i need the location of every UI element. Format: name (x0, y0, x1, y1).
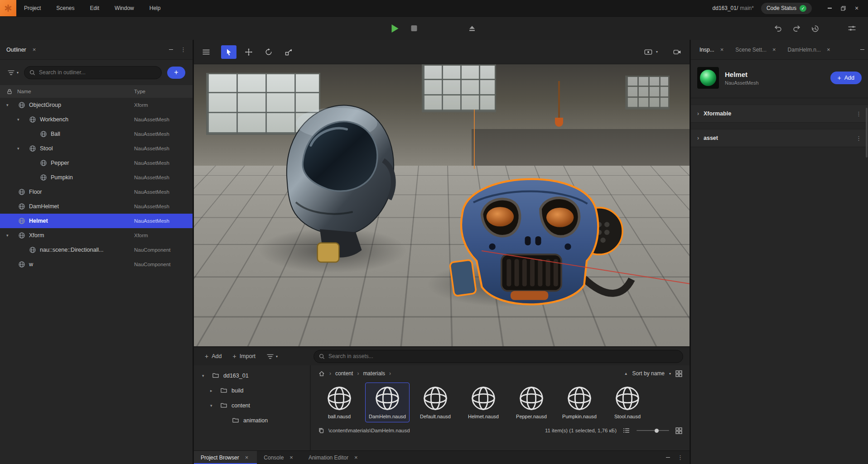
code-status-badge[interactable]: Code Status ✓ (761, 3, 812, 14)
tab-animation-editor[interactable]: Animation Editor× (302, 451, 366, 464)
scrollbar[interactable] (866, 108, 868, 158)
undo-icon[interactable] (774, 24, 782, 32)
close-tab-icon[interactable]: × (771, 45, 778, 54)
grid-view-icon[interactable] (675, 370, 682, 377)
chevron-down-icon[interactable]: ▾ (202, 373, 212, 378)
history-icon[interactable] (811, 24, 820, 32)
chevron-right-icon[interactable]: › (697, 135, 699, 141)
close-tab-icon[interactable]: × (31, 45, 38, 54)
stop-button[interactable] (411, 25, 417, 31)
outliner-row[interactable]: BallNauAssetMesh (0, 127, 193, 141)
viewport-3d[interactable] (194, 64, 690, 346)
kebab-menu-icon[interactable]: ⋮ (677, 454, 683, 461)
chevron-down-icon[interactable]: ▾ (17, 146, 29, 151)
viewport-menu-icon[interactable] (202, 48, 210, 56)
column-name[interactable]: Name (17, 89, 31, 94)
asset-add-button[interactable]: +Add (205, 353, 222, 360)
section-asset[interactable]: › asset ⋮ (691, 129, 868, 147)
tab-console[interactable]: Console× (257, 451, 302, 464)
chevron-right-icon[interactable]: ▸ (210, 388, 220, 393)
outliner-row-selected[interactable]: HelmetNauAssetMesh (0, 214, 193, 228)
tree-item-build[interactable]: ▸build (194, 383, 310, 398)
menu-help[interactable]: Help (142, 0, 169, 16)
add-component-button[interactable]: +Add (830, 72, 862, 84)
kebab-menu-icon[interactable]: ⋮ (856, 135, 862, 142)
asset-tile[interactable]: Helmet.nausd (461, 383, 506, 422)
asset-tile[interactable]: ball.nausd (317, 383, 362, 422)
outliner-row[interactable]: ▾StoolNauAssetMesh (0, 141, 193, 156)
breadcrumb-content[interactable]: content (335, 370, 353, 377)
tab-damhelm[interactable]: DamHelm.n...× (783, 40, 837, 59)
outliner-row[interactable]: ▾WorkbenchNauAssetMesh (0, 112, 193, 127)
app-logo-icon[interactable] (0, 0, 16, 16)
chevron-down-icon[interactable]: ▾ (6, 233, 18, 238)
close-tab-icon[interactable]: × (352, 453, 360, 462)
close-tab-icon[interactable]: × (288, 453, 295, 462)
select-tool-button[interactable] (221, 45, 236, 59)
tab-inspector[interactable]: Insp...× (694, 40, 730, 59)
tab-scene-settings[interactable]: Scene Sett...× (730, 40, 782, 59)
play-button[interactable] (392, 24, 399, 33)
outliner-row[interactable]: PumpkinNauAssetMesh (0, 170, 193, 185)
column-type[interactable]: Type (134, 89, 145, 94)
scale-tool-button[interactable] (281, 45, 296, 59)
kebab-menu-icon[interactable]: ⋮ (180, 46, 186, 53)
settings-sliders-icon[interactable] (848, 24, 856, 32)
outliner-row[interactable]: PepperNauAssetMesh (0, 156, 193, 170)
menu-project[interactable]: Project (16, 0, 48, 16)
asset-tile[interactable]: Stool.nausd (605, 383, 650, 422)
sort-by-dropdown[interactable]: Sort by name (632, 370, 665, 377)
asset-tile[interactable]: Default.nausd (413, 383, 458, 422)
move-tool-button[interactable] (241, 45, 256, 59)
list-view-icon[interactable] (623, 427, 630, 434)
thumbnail-size-slider[interactable] (637, 430, 669, 431)
outliner-row[interactable]: DamHelmetNauAssetMesh (0, 199, 193, 214)
asset-filter-icon[interactable]: ▾ (266, 354, 278, 359)
outliner-row[interactable]: nau::scene::Directionall...NauComponent (0, 243, 193, 257)
tab-project-browser[interactable]: Project Browser× (194, 451, 257, 464)
restore-button[interactable] (837, 3, 849, 14)
kebab-menu-icon[interactable]: ⋮ (856, 110, 862, 117)
menu-edit[interactable]: Edit (82, 0, 107, 16)
menu-window[interactable]: Window (107, 0, 142, 16)
outliner-row[interactable]: ▾ObjectGroupXform (0, 98, 193, 112)
tree-item-content[interactable]: ▾content (194, 398, 310, 413)
close-button[interactable]: × (851, 3, 863, 14)
chevron-down-icon[interactable]: ▾ (669, 372, 671, 376)
chevron-down-icon[interactable]: ▾ (6, 103, 18, 107)
chevron-right-icon[interactable]: › (697, 110, 699, 117)
collapse-panel-icon[interactable] (860, 49, 864, 50)
chevron-down-icon[interactable]: ▾ (17, 117, 29, 122)
grid-view-icon[interactable] (675, 427, 682, 434)
asset-import-button[interactable]: +Import (232, 353, 256, 360)
eject-icon[interactable] (468, 24, 477, 32)
outliner-filter-icon[interactable]: ▾ (7, 70, 19, 76)
close-tab-icon[interactable]: × (243, 453, 251, 462)
collapse-panel-icon[interactable] (169, 49, 173, 50)
collapse-panel-icon[interactable] (666, 457, 670, 458)
add-object-button[interactable]: + (167, 67, 185, 79)
redo-icon[interactable] (792, 24, 801, 32)
home-icon[interactable] (318, 370, 325, 377)
asset-tile[interactable]: Pumpkin.nausd (557, 383, 602, 422)
chevron-down-icon[interactable]: ▾ (656, 50, 658, 54)
helmet-damhelmet-model[interactable] (266, 81, 410, 276)
tree-item-animation[interactable]: animation (194, 413, 310, 428)
close-tab-icon[interactable]: × (825, 45, 832, 54)
outliner-row[interactable]: FloorNauAssetMesh (0, 185, 193, 199)
camera-icon[interactable] (673, 48, 681, 56)
rotate-tool-button[interactable] (261, 45, 276, 59)
copy-path-icon[interactable] (318, 427, 324, 434)
helmet-selected-model[interactable] (434, 152, 642, 321)
sort-ascending-icon[interactable]: ▲ (624, 372, 628, 376)
menu-scenes[interactable]: Scenes (48, 0, 82, 16)
outliner-row[interactable]: ▾XformXform (0, 228, 193, 243)
tree-item-root[interactable]: ▾dd163_01 (194, 368, 310, 383)
asset-tile[interactable]: Pepper.nausd (509, 383, 554, 422)
search-input[interactable] (24, 66, 162, 79)
minimize-button[interactable] (824, 3, 835, 14)
chevron-down-icon[interactable]: ▾ (210, 403, 220, 408)
lock-icon[interactable] (6, 88, 13, 95)
outliner-row[interactable]: wNauComponent (0, 257, 193, 272)
section-xformable[interactable]: › Xformable ⋮ (691, 105, 868, 123)
